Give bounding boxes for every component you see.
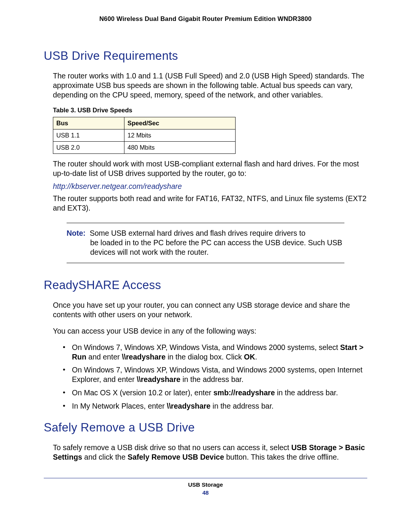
list-item: In My Network Places, enter \\readyshare…: [63, 401, 367, 411]
bold-text: OK: [244, 353, 255, 361]
bold-text: \\readyshare: [137, 375, 180, 383]
paragraph-safely-remove: To safely remove a USB disk drive so tha…: [53, 443, 367, 462]
heading-safely-remove: Safely Remove a USB Drive: [44, 421, 367, 435]
list-item: On Windows 7, Windows XP, Windows Vista,…: [63, 343, 367, 362]
heading-usb-requirements: USB Drive Requirements: [44, 49, 367, 63]
note-text-rest: be loaded in to the PC before the PC can…: [67, 238, 344, 257]
bold-text: \\readyshare: [122, 353, 166, 361]
text: in the address bar.: [275, 388, 338, 397]
table-caption: Table 3. USB Drive Speeds: [53, 107, 367, 114]
access-methods-list: On Windows 7, Windows XP, Windows Vista,…: [44, 343, 367, 411]
paragraph-usb-intro: The router works with 1.0 and 1.1 (USB F…: [53, 71, 367, 100]
readyshare-link[interactable]: http://kbserver.netgear.com/readyshare: [53, 182, 367, 191]
paragraph-filesystems: The router supports both read and write …: [53, 194, 367, 213]
paragraph-readyshare-1: Once you have set up your router, you ca…: [53, 300, 367, 320]
page-footer: USB Storage 48: [44, 481, 367, 496]
list-item: On Mac OS X (version 10.2 or later), ent…: [63, 388, 367, 398]
text: in the address bar.: [180, 375, 244, 383]
table-row: USB 1.1 12 Mbits: [53, 129, 236, 141]
text: On Windows 7, Windows XP, Windows Vista,…: [72, 343, 340, 351]
note-text-line1: Some USB external hard drives and flash …: [90, 229, 306, 237]
bold-text: \\readyshare: [167, 402, 210, 410]
table-cell: USB 1.1: [53, 129, 124, 141]
note-label: Note:: [67, 229, 86, 237]
table-usb-speeds: Bus Speed/Sec USB 1.1 12 Mbits USB 2.0 4…: [53, 117, 236, 154]
text: To safely remove a USB disk drive so tha…: [53, 443, 291, 452]
table-header-row: Bus Speed/Sec: [53, 117, 236, 129]
text: and click the: [82, 453, 127, 461]
text: and enter: [86, 353, 122, 361]
table-cell: 480 Mbits: [124, 141, 236, 153]
text: On Mac OS X (version 10.2 or later), ent…: [72, 388, 213, 397]
footer-title: USB Storage: [44, 481, 367, 488]
table-header-bus: Bus: [53, 117, 124, 129]
text: in the dialog box. Click: [166, 353, 244, 361]
bold-text: smb://readyshare: [213, 388, 275, 397]
text: .: [255, 353, 257, 361]
list-item: On Windows 7, Windows XP, Windows Vista,…: [63, 365, 367, 384]
table-cell: USB 2.0: [53, 141, 124, 153]
footer-rule: [44, 478, 367, 478]
footer-page-number: 48: [202, 489, 209, 496]
paragraph-after-table: The router should work with most USB-com…: [53, 159, 367, 178]
bold-text: Safely Remove USB Device: [127, 453, 224, 461]
table-header-speed: Speed/Sec: [124, 117, 236, 129]
text: In My Network Places, enter: [72, 402, 167, 410]
page: N600 Wireless Dual Band Gigabit Router P…: [0, 0, 411, 507]
heading-readyshare: ReadySHARE Access: [44, 278, 367, 292]
document-header: N600 Wireless Dual Band Gigabit Router P…: [44, 15, 367, 22]
paragraph-readyshare-2: You can access your USB device in any of…: [53, 326, 367, 336]
text: button. This takes the drive offline.: [224, 453, 339, 461]
note-block: Note: Some USB external hard drives and …: [67, 223, 344, 263]
text: in the address bar.: [210, 402, 274, 410]
table-cell: 12 Mbits: [124, 129, 236, 141]
table-row: USB 2.0 480 Mbits: [53, 141, 236, 153]
